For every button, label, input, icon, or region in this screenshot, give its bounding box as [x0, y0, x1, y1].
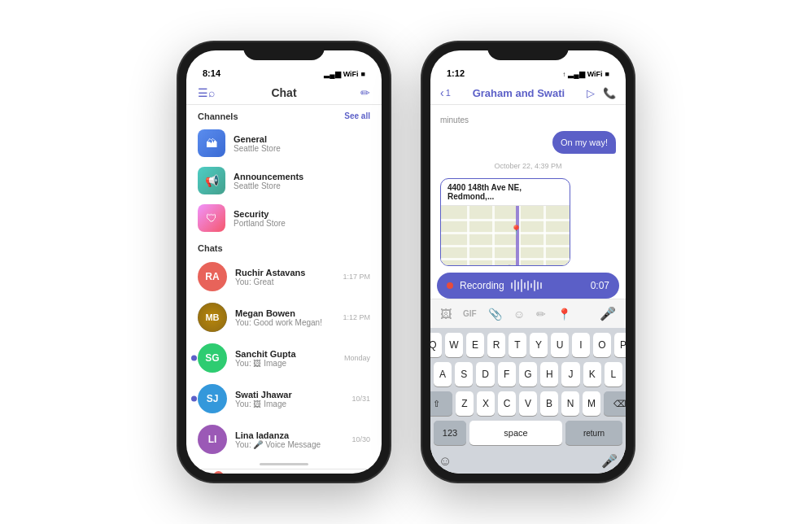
voice-call-icon[interactable]: 📞: [603, 87, 616, 99]
chat-header: ‹ 1 Graham and Swati ▷ 📞: [430, 81, 626, 105]
key-G[interactable]: G: [519, 362, 537, 386]
key-T[interactable]: T: [509, 333, 526, 357]
key-H[interactable]: H: [540, 362, 558, 386]
key-I[interactable]: I: [572, 333, 590, 357]
gif-icon[interactable]: GIF: [463, 309, 477, 318]
notch-1: [243, 42, 325, 60]
status-icons-1: ▂▄▆ WiFi ■: [324, 70, 365, 78]
channel-info-announcements: Announcements Seattle Store: [234, 172, 303, 190]
chat-info-mb: Megan Bowen You: Good work Megan!: [235, 308, 334, 327]
key-X[interactable]: X: [477, 391, 495, 416]
key-P[interactable]: P: [614, 333, 626, 357]
key-K[interactable]: K: [583, 362, 601, 386]
unread-dot-sj: [191, 396, 197, 402]
unread-dot-sg: [191, 356, 197, 361]
back-count: 1: [446, 88, 451, 98]
image-icon[interactable]: 🖼: [440, 308, 452, 321]
menu-icon[interactable]: ☰: [198, 86, 208, 99]
channel-icon-general: 🏔: [198, 129, 225, 157]
compose-icon[interactable]: ✏: [360, 86, 370, 99]
key-U[interactable]: U: [551, 333, 569, 357]
channel-item-security[interactable]: 🛡 Security Portland Store: [186, 199, 382, 237]
key-L[interactable]: L: [605, 362, 622, 386]
key-S[interactable]: S: [455, 362, 473, 386]
key-J[interactable]: J: [561, 362, 579, 386]
attach-icon[interactable]: 📎: [488, 308, 502, 321]
channel-name-security: Security: [234, 209, 286, 219]
key-space[interactable]: space: [469, 421, 562, 445]
status-icons-2: ↑ ▂▄▆ WiFi ■: [562, 70, 609, 78]
chat-item-mb[interactable]: MB Megan Bowen You: Good work Megan! 1:1…: [186, 297, 382, 338]
phone-2: 1:12 ↑ ▂▄▆ WiFi ■ ‹ 1 Graham and Swati ▷…: [422, 42, 634, 482]
recording-time: 0:07: [591, 280, 609, 291]
chat-item-li[interactable]: LI Lina ladanza You: 🎤 Voice Message 10/…: [186, 419, 382, 460]
chat-item-sj[interactable]: SJ Swati Jhawar You: 🖼 Image 10/31: [186, 378, 382, 419]
msg-minutes: minutes: [440, 111, 616, 126]
key-Z[interactable]: Z: [456, 391, 474, 416]
keyboard-extras: ☺ 🎤: [434, 450, 622, 470]
location-icon[interactable]: 📍: [557, 308, 571, 321]
signal-icon-1: ▂▄▆: [324, 70, 340, 78]
key-M[interactable]: M: [583, 391, 600, 416]
wifi-icon-1: WiFi: [343, 70, 359, 78]
chat-item-sg[interactable]: SG Sanchit Gupta You: 🖼 Image Monday: [186, 338, 382, 378]
emoji-icon[interactable]: ☺: [513, 308, 525, 321]
map-preview: 📍 © 2019 Microsoft Corporation © 2019 HE…: [441, 206, 570, 266]
key-B[interactable]: B: [540, 391, 558, 416]
chat-item-ra[interactable]: RA Ruchir Astavans You: Great 1:17 PM: [186, 256, 382, 297]
key-D[interactable]: D: [476, 362, 494, 386]
channel-name-general: General: [234, 134, 281, 144]
key-Y[interactable]: Y: [530, 333, 548, 357]
phone-1-screen: 8:14 ▂▄▆ WiFi ■ ☰ ⌕ Chat ✏ Channels See …: [186, 50, 382, 474]
key-return[interactable]: return: [565, 421, 622, 445]
map-card[interactable]: 4400 148th Ave NE, Redmond,...: [440, 178, 570, 266]
avatar-sg: SG: [198, 343, 227, 373]
key-V[interactable]: V: [519, 391, 537, 416]
channels-header: Channels See all: [186, 105, 382, 124]
channel-info-security: Security Portland Store: [234, 209, 286, 228]
keyboard: Q W E R T Y U I O P A S D F G: [430, 328, 626, 474]
keyboard-row-2: A S D F G H J K L: [434, 362, 622, 386]
avatar-sj: SJ: [198, 384, 227, 413]
time-1: 8:14: [203, 68, 220, 78]
key-123[interactable]: 123: [434, 421, 466, 445]
key-R[interactable]: R: [487, 333, 505, 357]
msg-on-my-way: On my way!: [440, 131, 616, 154]
scroll-indicator: [186, 460, 382, 469]
phones-container: 8:14 ▂▄▆ WiFi ■ ☰ ⌕ Chat ✏ Channels See …: [178, 42, 634, 482]
channel-name-announcements: Announcements: [234, 172, 303, 181]
search-icon[interactable]: ⌕: [208, 86, 215, 99]
channel-store-announcements: Seattle Store: [234, 181, 303, 190]
phone-1: 8:14 ▂▄▆ WiFi ■ ☰ ⌕ Chat ✏ Channels See …: [178, 42, 390, 482]
chat-title: Chat: [260, 81, 308, 105]
key-backspace[interactable]: ⌫: [604, 391, 626, 416]
pen-icon[interactable]: ✏: [536, 308, 546, 321]
dictation-icon[interactable]: 🎤: [601, 453, 618, 469]
key-F[interactable]: F: [498, 362, 516, 386]
recording-dot: [447, 282, 453, 289]
tab-bar-1: 💬 2 Chat 📞 Calls 📋 Shifts 📷 Camera: [186, 469, 382, 474]
bubble-sent: On my way!: [552, 131, 616, 154]
channel-item-announcements[interactable]: 📢 Announcements Seattle Store: [186, 162, 382, 199]
channel-item-general[interactable]: 🏔 General Seattle Store: [186, 124, 382, 162]
key-Q[interactable]: Q: [430, 333, 442, 357]
mic-icon[interactable]: 🎤: [600, 306, 616, 321]
keyboard-row-1: Q W E R T Y U I O P: [434, 333, 622, 357]
recording-bar[interactable]: Recording 0:07: [437, 273, 619, 299]
back-button[interactable]: ‹ 1: [440, 86, 451, 99]
keyboard-row-3: ⇧ Z X C V B N M ⌫: [434, 391, 622, 416]
avatar-ra: RA: [198, 262, 227, 291]
see-all-link[interactable]: See all: [344, 111, 370, 120]
map-pin: 📍: [510, 225, 522, 236]
key-O[interactable]: O: [593, 333, 611, 357]
chats-header: Chats: [186, 237, 382, 256]
key-W[interactable]: W: [445, 333, 463, 357]
key-shift[interactable]: ⇧: [430, 391, 452, 416]
key-E[interactable]: E: [466, 333, 484, 357]
key-N[interactable]: N: [561, 391, 579, 416]
arrow-icon-2: ↑: [562, 71, 565, 78]
emoji-keyboard-icon[interactable]: ☺: [439, 454, 452, 469]
video-call-icon[interactable]: ▷: [587, 87, 595, 99]
key-C[interactable]: C: [498, 391, 516, 416]
key-A[interactable]: A: [434, 362, 452, 386]
